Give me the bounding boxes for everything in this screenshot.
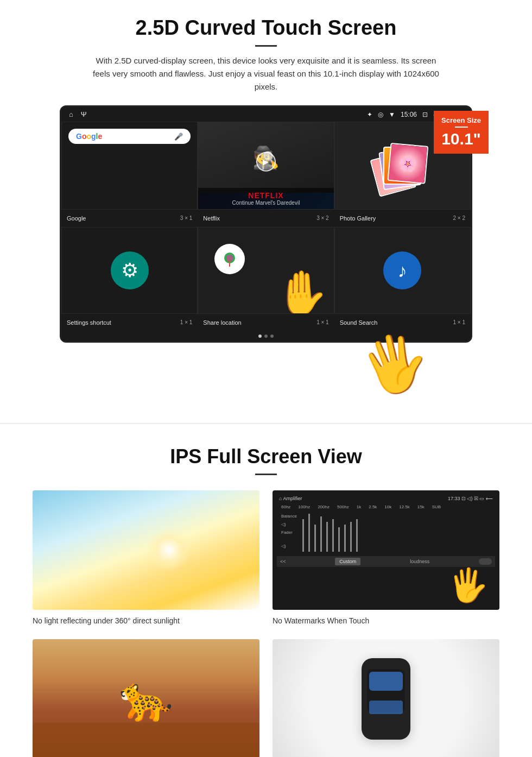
hand-on-screen-icon: 🖐	[448, 566, 489, 604]
amp-slider-9[interactable]	[350, 522, 352, 552]
status-bar-left: ⌂ Ψ	[69, 110, 87, 118]
music-icon-wrap: ♪	[383, 251, 421, 289]
amp-title: ⌂ Amplifier	[279, 496, 302, 501]
feature-image-cheetah: 🐆	[33, 639, 259, 757]
sunlight-visual	[33, 490, 259, 610]
car-rear-window	[369, 701, 403, 714]
netflix-label: Netflix 3 × 2	[198, 213, 334, 224]
feature-sunlight: No light reflecting under 360° direct su…	[33, 490, 259, 626]
amp-bars	[299, 514, 491, 552]
feature-grid: No light reflecting under 360° direct su…	[33, 490, 499, 757]
feature-image-car	[273, 639, 499, 757]
amp-slider-1[interactable]	[302, 519, 304, 552]
play-button[interactable]: ▶	[256, 152, 276, 172]
amplifier-screen: ⌂ Amplifier 17:33 ⊡ ◁) ☒ ▭ ⟵ 60hz100hz20…	[273, 490, 499, 610]
pointing-hand-icon: 🖐	[354, 324, 436, 403]
dot-3	[270, 335, 274, 338]
section1-description: With 2.5D curved-display screen, this de…	[92, 54, 440, 93]
feature-caption-amplifier: No Watermarks When Touch	[273, 615, 499, 626]
location-icon: ◎	[378, 111, 383, 118]
amp-slider-10[interactable]	[356, 519, 358, 552]
app-cell-google[interactable]: Google 🎤	[61, 122, 198, 210]
settings-icon-wrap: ⚙	[111, 251, 149, 289]
app-grid-row2: ⚙ 🤚	[61, 227, 471, 314]
section-curved-screen: 2.5D Curved Touch Screen With 2.5D curve…	[0, 0, 532, 407]
section1-title: 2.5D Curved Touch Screen	[33, 16, 499, 40]
share-label: Share location 1 × 1	[198, 317, 334, 328]
amp-slider-4[interactable]	[320, 516, 322, 552]
hand-pointing-icon: 🤚	[274, 268, 328, 314]
photo-card-4: 🌸	[388, 143, 429, 184]
sound-search-label: Sound Search 1 × 1	[334, 317, 471, 328]
music-note-icon: ♪	[398, 260, 407, 281]
usb-icon: Ψ	[81, 110, 87, 118]
google-search-bar[interactable]: Google 🎤	[68, 129, 191, 144]
netflix-bg: 🕵 ▶ NETFLIX Continue Marvel's Daredevil	[198, 122, 333, 209]
amp-bar-container	[302, 514, 487, 552]
app-cell-netflix[interactable]: 🕵 ▶ NETFLIX Continue Marvel's Daredevil	[198, 122, 334, 210]
badge-divider	[455, 127, 468, 128]
feature-car: Large Viewing Angle	[273, 639, 499, 757]
amp-slider-6[interactable]	[332, 519, 334, 552]
car-top-view	[362, 658, 410, 740]
amp-nav[interactable]: <<	[280, 559, 286, 564]
mic-icon[interactable]: 🎤	[174, 133, 183, 141]
device-wrapper: Screen Size 10.1" ⌂ Ψ ✦ ◎ ▼ 15:06 ⊡ ◁) ☒	[60, 105, 472, 396]
section-divider	[0, 423, 532, 424]
feature-caption-sunlight: No light reflecting under 360° direct su…	[33, 615, 259, 626]
app-grid-row1: Google 🎤 🕵 ▶ NETFLIX Continue Marvel's D…	[61, 122, 471, 210]
badge-size: 10.1"	[441, 130, 481, 148]
amp-custom-button[interactable]: Custom	[335, 558, 360, 565]
screen-size-badge: Screen Size 10.1"	[434, 111, 489, 154]
ips-divider	[255, 474, 277, 475]
netflix-overlay: NETFLIX Continue Marvel's Daredevil	[198, 188, 333, 209]
feature-cheetah: 🐆 Super Fast Response	[33, 639, 259, 757]
amp-slider-8[interactable]	[344, 525, 346, 552]
car-visual	[273, 639, 499, 757]
netflix-logo: NETFLIX	[202, 191, 329, 200]
photo-gallery-label: Photo Gallery 2 × 2	[334, 213, 471, 224]
google-logo: Google	[76, 132, 102, 141]
app-cell-sound-search[interactable]: ♪	[334, 227, 471, 314]
flower-image: 🌸	[389, 144, 428, 183]
signal-icon: ▼	[389, 111, 395, 118]
feature-amplifier: ⌂ Amplifier 17:33 ⊡ ◁) ☒ ▭ ⟵ 60hz100hz20…	[273, 490, 499, 626]
dot-1	[258, 335, 262, 338]
status-bar: ⌂ Ψ ✦ ◎ ▼ 15:06 ⊡ ◁) ☒ ▭	[61, 107, 471, 122]
feature-image-sunlight	[33, 490, 259, 610]
amp-slider-2[interactable]	[308, 514, 310, 552]
amp-slider-3[interactable]	[314, 525, 316, 552]
title-divider	[255, 45, 277, 47]
amp-labels: Balance ◁) Fader ◁)	[281, 514, 297, 552]
settings-label: Settings shortcut 1 × 1	[61, 317, 198, 328]
hand-touch-overlay: 🖐	[60, 332, 472, 396]
feature-image-amplifier: ⌂ Amplifier 17:33 ⊡ ◁) ☒ ▭ ⟵ 60hz100hz20…	[273, 490, 499, 610]
amp-loudness-toggle[interactable]	[479, 558, 492, 565]
google-label: Google 3 × 1	[61, 213, 198, 224]
cheetah-visual: 🐆	[33, 639, 259, 757]
maps-icon	[214, 244, 245, 274]
car-windshield	[369, 672, 403, 691]
amp-time: 17:33 ⊡ ◁) ☒ ▭ ⟵	[448, 496, 493, 501]
amp-slider-5[interactable]	[326, 522, 328, 552]
app-cell-share-location[interactable]: 🤚	[198, 227, 334, 314]
clock: 15:06	[401, 111, 417, 118]
amp-side-controls: Balance ◁) Fader ◁)	[277, 512, 495, 554]
device-frame: ⌂ Ψ ✦ ◎ ▼ 15:06 ⊡ ◁) ☒ ▭	[60, 105, 472, 343]
amp-loudness-label: loudness	[410, 559, 429, 564]
badge-title: Screen Size	[441, 116, 481, 124]
camera-icon: ⊡	[422, 111, 428, 118]
amp-slider-7[interactable]	[338, 527, 340, 552]
amp-header: ⌂ Amplifier 17:33 ⊡ ◁) ☒ ▭ ⟵	[277, 495, 495, 502]
netflix-subtitle: Continue Marvel's Daredevil	[202, 200, 329, 206]
section-ips: IPS Full Screen View No light reflecting…	[0, 440, 532, 757]
amp-controls: << Custom loudness	[277, 556, 495, 567]
home-icon[interactable]: ⌂	[69, 110, 73, 118]
app-cell-settings[interactable]: ⚙	[61, 227, 198, 314]
bluetooth-icon: ✦	[367, 111, 372, 118]
dot-2	[264, 335, 268, 338]
amp-freq-labels: 60hz100hz200hz500hz1k2.5k10k12.5k15kSUB	[277, 504, 495, 509]
gear-icon: ⚙	[121, 259, 138, 282]
section2-title: IPS Full Screen View	[33, 445, 499, 468]
app-labels-row1: Google 3 × 1 Netflix 3 × 2 Photo Gallery…	[61, 210, 471, 227]
